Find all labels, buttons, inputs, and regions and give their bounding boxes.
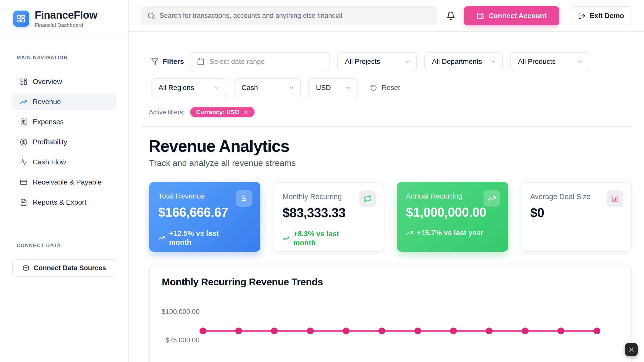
y-axis-tick: $100,000.00 xyxy=(162,308,199,316)
receipt-icon xyxy=(20,118,27,126)
date-range-placeholder: Select date range xyxy=(210,58,265,66)
currency-select[interactable]: USD xyxy=(308,78,358,97)
chevron-down-icon xyxy=(214,85,220,91)
chart-point xyxy=(343,328,349,334)
trend: +8.3% vs last month xyxy=(283,229,375,248)
content: Filters Select date range All Projects A… xyxy=(129,32,644,362)
package-icon xyxy=(22,264,29,272)
chart-plot: $100,000.00 $75,000.00 $50,000.00 xyxy=(162,295,619,362)
log-out-icon xyxy=(578,12,586,20)
app-title: FinanceFlow xyxy=(35,9,97,21)
main-navigation: Overview Revenue Expenses Profitability … xyxy=(12,74,116,210)
chart-point xyxy=(235,328,242,334)
stat-card-monthly-recurring: Monthly Recurring $83,333.33 +8.3% vs la… xyxy=(273,182,384,252)
sidebar-item-overview[interactable]: Overview xyxy=(12,74,116,90)
page-subtitle: Track and analyze all revenue streams xyxy=(149,158,632,168)
sidebar-item-profitability[interactable]: Profitability xyxy=(12,134,116,150)
chevron-down-icon xyxy=(577,59,583,65)
nav-section-label: MAIN NAVIGATION xyxy=(17,55,128,61)
main-area: Connect Account Exit Demo Filters Select… xyxy=(129,0,644,362)
mrr-trends-chart-card: Monthly Recurring Revenue Trends $100,00… xyxy=(149,265,632,362)
chart-point xyxy=(522,328,529,334)
trending-up-icon xyxy=(158,234,165,241)
close-icon xyxy=(628,346,635,353)
stat-cards: Total Revenue $166,666.67 +12.5% vs last… xyxy=(149,182,632,252)
global-search[interactable] xyxy=(141,6,437,25)
wallet-icon xyxy=(476,12,484,20)
chevron-down-icon xyxy=(288,85,294,91)
app-logo-icon xyxy=(13,11,29,27)
active-filters-label: Active filters: xyxy=(149,109,185,116)
sidebar: FinanceFlow Financial Dashboard MAIN NAV… xyxy=(0,0,129,362)
chevron-down-icon xyxy=(345,85,351,91)
chart-point xyxy=(486,328,493,334)
rotate-ccw-icon xyxy=(370,84,377,91)
sidebar-item-revenue[interactable]: Revenue xyxy=(12,94,116,110)
chevron-down-icon xyxy=(490,59,496,65)
dollar-icon xyxy=(236,190,252,207)
chart-point xyxy=(414,328,421,334)
dollar-circle-icon xyxy=(20,138,27,146)
trending-up-icon xyxy=(484,190,500,207)
chart-line-series xyxy=(203,330,597,332)
chevron-down-icon xyxy=(404,59,410,65)
currency-filter-badge[interactable]: Currency: USD xyxy=(190,107,255,117)
bar-chart-icon xyxy=(607,191,623,207)
filters-row-1: Filters Select date range All Projects A… xyxy=(141,52,632,71)
filters-header: Filters xyxy=(151,58,184,66)
chart-point xyxy=(593,328,600,334)
active-filters-row: Active filters: Currency: USD xyxy=(149,107,632,117)
connect-account-button[interactable]: Connect Account xyxy=(464,6,559,25)
trending-up-icon xyxy=(283,235,290,242)
topbar: Connect Account Exit Demo xyxy=(129,0,644,32)
bell-icon xyxy=(446,11,455,20)
calendar-icon xyxy=(197,58,205,65)
reset-filters-button[interactable]: Reset xyxy=(370,84,400,92)
dashboard-grid-icon xyxy=(20,78,27,85)
topbar-actions: Connect Account Exit Demo xyxy=(464,6,631,25)
sidebar-item-receivable-payable[interactable]: Receivable & Payable xyxy=(12,174,116,190)
trending-up-icon xyxy=(20,98,27,106)
connect-data-sources-button[interactable]: Connect Data Sources xyxy=(12,259,116,277)
products-select[interactable]: All Products xyxy=(510,52,589,71)
notifications-button[interactable] xyxy=(445,10,457,22)
y-axis-tick: $75,000.00 xyxy=(162,336,199,344)
repeat-icon xyxy=(359,191,376,207)
overlay-close-button[interactable] xyxy=(625,343,638,356)
stat-card-average-deal-size: Average Deal Size $0 xyxy=(521,182,632,252)
trend: +15.7% vs last year xyxy=(406,229,499,237)
chart-point xyxy=(307,328,314,334)
credit-card-icon xyxy=(20,178,27,186)
remove-filter-icon[interactable] xyxy=(243,109,249,115)
search-icon xyxy=(147,12,155,20)
chart-point xyxy=(450,328,457,334)
section-divider xyxy=(141,126,632,127)
document-icon xyxy=(20,199,27,206)
projects-select[interactable]: All Projects xyxy=(337,52,417,71)
stat-card-annual-recurring: Annual Recurring $1,000,000.00 +15.7% vs… xyxy=(397,182,508,252)
chart-point xyxy=(199,328,206,334)
sidebar-item-reports-export[interactable]: Reports & Export xyxy=(12,194,116,210)
chart-point xyxy=(271,328,278,334)
chart-title: Monthly Recurring Revenue Trends xyxy=(162,277,619,288)
trend: +12.5% vs last month xyxy=(158,229,251,247)
chart-point xyxy=(557,328,564,334)
departments-select[interactable]: All Departments xyxy=(424,52,503,71)
brand: FinanceFlow Financial Dashboard xyxy=(0,0,128,36)
activity-pulse-icon xyxy=(20,158,27,166)
chart-point xyxy=(378,328,385,334)
stat-card-total-revenue: Total Revenue $166,666.67 +12.5% vs last… xyxy=(149,182,260,252)
trending-up-icon xyxy=(406,230,413,237)
app-subtitle: Financial Dashboard xyxy=(35,22,97,28)
accounting-basis-select[interactable]: Cash xyxy=(234,78,301,97)
regions-select[interactable]: All Regions xyxy=(151,78,226,97)
sidebar-item-cash-flow[interactable]: Cash Flow xyxy=(12,154,116,170)
search-input[interactable] xyxy=(159,12,431,20)
filters-row-2: All Regions Cash USD Reset xyxy=(151,78,632,97)
filter-funnel-icon xyxy=(151,58,158,65)
sidebar-item-expenses[interactable]: Expenses xyxy=(12,114,116,130)
page-title: Revenue Analytics xyxy=(149,137,632,156)
exit-demo-button[interactable]: Exit Demo xyxy=(571,6,631,25)
date-range-input[interactable]: Select date range xyxy=(190,52,330,71)
connect-section-label: CONNECT DATA xyxy=(17,243,128,248)
